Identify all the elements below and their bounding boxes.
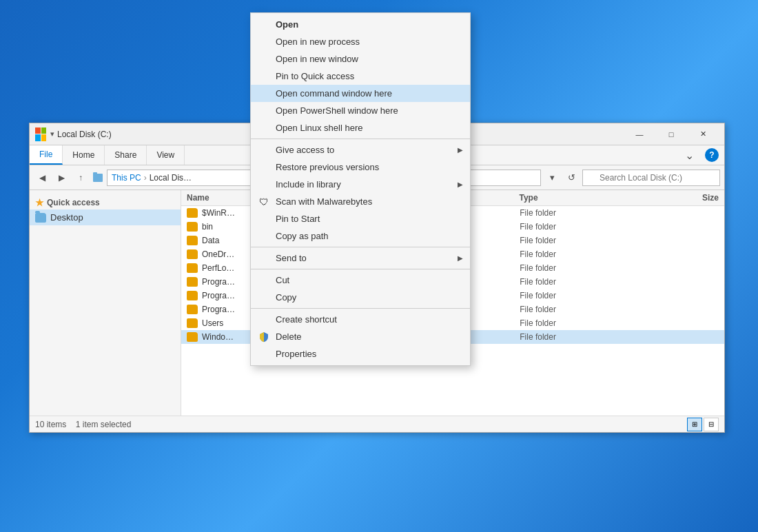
folder-icon [187, 305, 198, 314]
menu-item-open_new_process[interactable]: Open in new process [251, 33, 470, 50]
menu-item-label: Open in new process [276, 37, 360, 47]
breadcrumb-disk[interactable]: Local Dis… [150, 173, 192, 183]
file-type: File folder [520, 208, 650, 218]
menu-item-create_shortcut[interactable]: Create shortcut [251, 311, 470, 328]
menu-item-label: Pin to Start [276, 214, 320, 224]
ribbon-expand-btn[interactable]: ⌄ [679, 145, 699, 165]
menu-item-open[interactable]: Open [251, 16, 470, 33]
close-button[interactable]: ✕ [687, 123, 719, 145]
folder-icon [187, 222, 198, 232]
context-menu: OpenOpen in new processOpen in new windo… [250, 12, 471, 366]
menu-item-label: Restore previous versions [276, 162, 379, 172]
menu-item-copy_as_path[interactable]: Copy as path [251, 227, 470, 245]
menu-item-give_access[interactable]: Give access to▶ [251, 141, 470, 158]
quick-access-label: Quick access [47, 198, 100, 207]
menu-item-open_powershell[interactable]: Open PowerShell window here [251, 102, 470, 119]
submenu-arrow-icon: ▶ [458, 146, 463, 154]
help-button[interactable]: ? [699, 145, 724, 165]
menu-item-label: Scan with Malwarebytes [276, 196, 372, 207]
up-button[interactable]: ↑ [72, 170, 89, 186]
desktop-folder-icon [35, 213, 46, 223]
menu-item-open_new_window[interactable]: Open in new window [251, 50, 470, 68]
details-view-btn[interactable]: ⊞ [687, 418, 702, 431]
tab-share[interactable]: Share [105, 145, 147, 165]
refresh-button[interactable]: ↺ [563, 170, 580, 186]
folder-icon [187, 277, 198, 287]
col-header-type[interactable]: Type [520, 193, 653, 203]
selected-count-text: 1 item selected [76, 420, 132, 429]
minimize-button[interactable]: — [624, 123, 655, 145]
menu-item-label: Cut [276, 275, 289, 285]
menu-item-pin_quick_access[interactable]: Pin to Quick access [251, 68, 470, 85]
explorer-icon [35, 129, 46, 140]
file-type: File folder [520, 291, 650, 300]
shield-icon [258, 331, 270, 343]
menu-item-label: Open [276, 19, 298, 30]
large-icon-view-btn[interactable]: ⊟ [704, 418, 719, 431]
forward-button[interactable]: ▶ [53, 170, 70, 186]
menu-item-copy[interactable]: Copy [251, 289, 470, 306]
status-view-icons: ⊞ ⊟ [687, 418, 719, 431]
quick-access-star: ★ [35, 197, 44, 208]
menu-item-label: Delete [276, 331, 302, 342]
menu-item-label: Open PowerShell window here [276, 105, 398, 116]
maximize-button[interactable]: □ [655, 123, 687, 145]
menu-item-restore_versions[interactable]: Restore previous versions [251, 158, 470, 176]
quick-access-header: ★ Quick access [30, 193, 181, 209]
breadcrumb-thispc[interactable]: This PC [112, 173, 141, 183]
submenu-arrow-icon: ▶ [458, 254, 463, 262]
folder-icon [187, 249, 198, 259]
menu-item-label: Open Linux shell here [276, 123, 362, 133]
tab-home[interactable]: Home [63, 145, 105, 165]
sidebar: ★ Quick access Desktop [30, 190, 181, 416]
menu-item-label: Properties [276, 349, 316, 359]
window-controls: — □ ✕ [624, 123, 719, 145]
menu-item-open_linux[interactable]: Open Linux shell here [251, 119, 470, 136]
tab-file[interactable]: File [30, 145, 63, 165]
menu-separator [251, 139, 470, 139]
menu-item-open_cmd[interactable]: Open command window here [251, 85, 470, 102]
sidebar-item-desktop[interactable]: Desktop [30, 209, 181, 225]
menu-item-label: Include in library [276, 179, 341, 190]
menu-item-properties[interactable]: Properties [251, 345, 470, 362]
file-type: File folder [520, 277, 650, 287]
back-button[interactable]: ◀ [34, 170, 50, 186]
file-type: File folder [520, 305, 650, 314]
status-bar: 10 items 1 item selected ⊞ ⊟ [30, 416, 724, 432]
menu-item-scan_malwarebytes[interactable]: 🛡Scan with Malwarebytes [251, 193, 470, 210]
menu-item-cut[interactable]: Cut [251, 272, 470, 289]
menu-item-label: Give access to [276, 145, 334, 155]
menu-item-label: Pin to Quick access [276, 71, 354, 81]
folder-icon [187, 208, 198, 218]
menu-separator [251, 247, 470, 247]
folder-icon [187, 332, 198, 342]
col-header-size[interactable]: Size [653, 193, 719, 203]
sidebar-desktop-label: Desktop [50, 212, 83, 223]
file-type: File folder [520, 263, 650, 273]
folder-icon [187, 291, 198, 300]
menu-item-label: Create shortcut [276, 314, 337, 325]
menu-item-send_to[interactable]: Send to▶ [251, 249, 470, 267]
menu-item-include_library[interactable]: Include in library▶ [251, 176, 470, 193]
menu-separator [251, 269, 470, 269]
folder-icon [187, 318, 198, 328]
menu-item-label: Copy [276, 292, 296, 303]
menu-item-label: Open in new window [276, 54, 358, 64]
file-type: File folder [520, 236, 650, 245]
tab-view[interactable]: View [147, 145, 185, 165]
file-type: File folder [520, 332, 650, 342]
file-type: File folder [520, 222, 650, 232]
folder-icon [187, 263, 198, 273]
malwarebytes-icon: 🛡 [258, 196, 270, 208]
menu-item-delete[interactable]: Delete [251, 328, 470, 345]
search-input[interactable] [582, 170, 720, 186]
items-count-text: 10 items [35, 420, 66, 429]
menu-item-pin_start[interactable]: Pin to Start [251, 210, 470, 227]
quick-toolbar-arrow[interactable]: ▾ [50, 130, 54, 139]
folder-icon [187, 236, 198, 245]
dropdown-btn[interactable]: ▾ [544, 170, 560, 186]
menu-item-label: Open command window here [276, 88, 392, 99]
breadcrumb-icon [93, 174, 103, 182]
file-type: File folder [520, 249, 650, 259]
menu-separator [251, 308, 470, 309]
